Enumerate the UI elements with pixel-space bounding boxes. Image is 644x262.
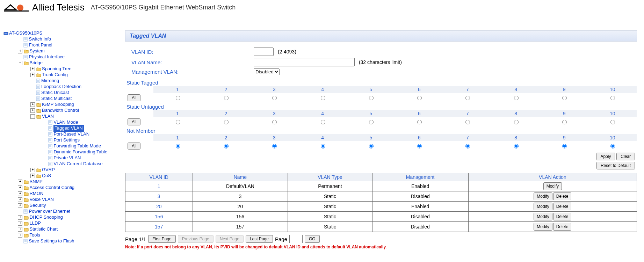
- port-radio[interactable]: [465, 96, 470, 100]
- port-radio[interactable]: [514, 120, 519, 124]
- vlan-id-cell[interactable]: 3: [125, 191, 193, 202]
- tree-expander-icon[interactable]: +: [18, 191, 22, 196]
- tree-item[interactable]: Statistic Chart: [29, 226, 58, 232]
- first-page-button[interactable]: First Page: [148, 235, 176, 243]
- tree-expander-icon[interactable]: +: [30, 102, 35, 107]
- port-radio[interactable]: [369, 96, 374, 100]
- port-radio[interactable]: [562, 144, 567, 148]
- tree-expander-icon[interactable]: +: [30, 73, 35, 77]
- port-radio[interactable]: [610, 96, 615, 100]
- vlan-id-cell[interactable]: 157: [125, 222, 193, 232]
- next-page-button[interactable]: Next Page: [216, 235, 244, 243]
- delete-button[interactable]: Delete: [553, 192, 572, 200]
- mgmt-vlan-select[interactable]: Disabled: [254, 68, 280, 75]
- tree-item[interactable]: Security: [29, 203, 46, 208]
- reset-default-button[interactable]: Reset to Default: [596, 162, 635, 169]
- port-radio[interactable]: [610, 144, 615, 148]
- delete-button[interactable]: Delete: [553, 203, 572, 210]
- port-radio[interactable]: [224, 120, 229, 124]
- tree-item[interactable]: GVRP: [42, 167, 55, 173]
- tree-item[interactable]: Power over Ethernet: [29, 209, 70, 214]
- port-radio[interactable]: [514, 96, 519, 100]
- tree-expander-icon[interactable]: +: [30, 67, 35, 71]
- tree-item[interactable]: Port Settings: [53, 137, 79, 143]
- tree-expander-icon[interactable]: +: [18, 227, 22, 232]
- modify-button[interactable]: Modify: [543, 182, 562, 190]
- tree-item[interactable]: Front Panel: [29, 42, 52, 48]
- port-radio[interactable]: [417, 96, 422, 100]
- tree-expander-icon[interactable]: −: [18, 61, 22, 65]
- tree-expander-icon[interactable]: +: [18, 221, 22, 226]
- tree-item[interactable]: System: [29, 48, 44, 54]
- tree-item[interactable]: Bandwidth Control: [42, 108, 79, 113]
- tree-item[interactable]: SNMP: [29, 179, 43, 184]
- vlan-id-cell[interactable]: 156: [125, 212, 193, 222]
- tree-item[interactable]: Voice VLAN: [29, 197, 53, 202]
- vlan-name-input[interactable]: [254, 58, 355, 66]
- tree-item[interactable]: Bridge: [29, 60, 43, 66]
- port-radio[interactable]: [176, 144, 180, 148]
- select-all-button[interactable]: All: [128, 94, 140, 101]
- port-radio[interactable]: [321, 144, 325, 148]
- tree-item[interactable]: Save Settings to Flash: [29, 238, 74, 244]
- select-all-button[interactable]: All: [128, 143, 140, 150]
- tree-expander-icon[interactable]: +: [30, 108, 35, 113]
- tree-item[interactable]: Trunk Config: [42, 72, 68, 78]
- port-radio[interactable]: [272, 96, 277, 100]
- tree-item[interactable]: LLDP: [29, 220, 41, 226]
- tree-expander-icon[interactable]: +: [18, 233, 22, 238]
- tree-expander-icon[interactable]: +: [18, 215, 22, 220]
- tree-expander-icon[interactable]: +: [18, 203, 22, 208]
- tree-expander-icon[interactable]: +: [18, 49, 22, 53]
- delete-button[interactable]: Delete: [553, 223, 572, 231]
- port-radio[interactable]: [417, 120, 422, 124]
- port-radio[interactable]: [562, 96, 567, 100]
- tree-item[interactable]: Physical Interface: [29, 54, 65, 60]
- tree-item[interactable]: Tagged VLAN: [53, 125, 84, 131]
- vlan-id-input[interactable]: [254, 48, 274, 56]
- tree-item[interactable]: Dynamic Forwarding Table: [53, 149, 107, 155]
- previous-page-button[interactable]: Previous Page: [178, 235, 214, 243]
- tree-item[interactable]: Forwarding Table Mode: [53, 143, 101, 149]
- tree-expander-icon[interactable]: +: [18, 180, 22, 184]
- tree-item[interactable]: Access Control Config: [29, 185, 74, 190]
- port-radio[interactable]: [272, 120, 277, 124]
- tree-expander-icon[interactable]: −: [30, 114, 35, 119]
- port-radio[interactable]: [562, 120, 567, 124]
- port-radio[interactable]: [224, 144, 229, 148]
- port-radio[interactable]: [465, 144, 470, 148]
- tree-item[interactable]: RMON: [29, 191, 43, 196]
- tree-item[interactable]: Switch Info: [29, 36, 51, 42]
- tree-item[interactable]: VLAN: [42, 114, 54, 119]
- tree-item[interactable]: VLAN Mode: [53, 119, 78, 125]
- select-all-button[interactable]: All: [128, 118, 140, 125]
- page-goto-input[interactable]: [289, 235, 303, 243]
- tree-item-root[interactable]: AT-GS950/10PS: [9, 30, 42, 36]
- modify-button[interactable]: Modify: [534, 223, 552, 231]
- page-go-button[interactable]: GO: [305, 235, 320, 243]
- tree-expander-icon[interactable]: +: [30, 174, 35, 178]
- port-radio[interactable]: [224, 96, 229, 100]
- port-radio[interactable]: [272, 144, 277, 148]
- tree-item[interactable]: Loopback Detection: [41, 84, 81, 89]
- tree-expander-icon[interactable]: +: [18, 197, 22, 202]
- tree-item[interactable]: Mirroring: [41, 78, 59, 83]
- modify-button[interactable]: Modify: [534, 213, 552, 220]
- tree-item[interactable]: Private VLAN: [53, 155, 81, 161]
- clear-button[interactable]: Clear: [616, 153, 635, 160]
- tree-item[interactable]: Tools: [29, 232, 40, 238]
- port-radio[interactable]: [321, 96, 325, 100]
- vlan-id-cell[interactable]: 20: [125, 202, 193, 212]
- tree-item[interactable]: IGMP Snooping: [42, 102, 74, 107]
- vlan-id-cell[interactable]: 1: [125, 181, 193, 191]
- modify-button[interactable]: Modify: [534, 203, 552, 210]
- port-radio[interactable]: [417, 144, 422, 148]
- port-radio[interactable]: [176, 96, 180, 100]
- last-page-button[interactable]: Last Page: [246, 235, 273, 243]
- port-radio[interactable]: [610, 120, 615, 124]
- apply-button[interactable]: Apply: [596, 153, 615, 160]
- port-radio[interactable]: [321, 120, 325, 124]
- port-radio[interactable]: [369, 120, 374, 124]
- tree-item[interactable]: Spanning Tree: [42, 66, 72, 72]
- tree-expander-icon[interactable]: +: [18, 185, 22, 190]
